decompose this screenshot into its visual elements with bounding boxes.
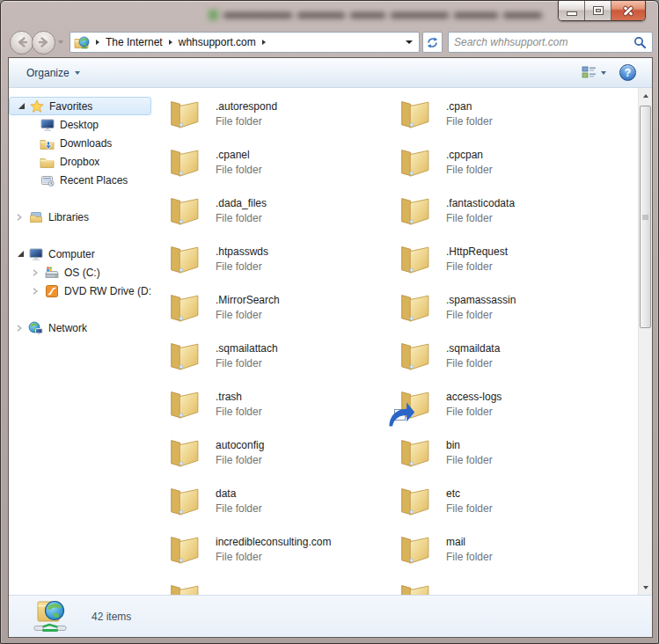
file-type: File folder [446,114,493,128]
computer-icon [28,247,43,261]
file-item[interactable]: .cpanFile folder [389,98,619,146]
minimize-button[interactable] [559,1,585,20]
file-type: File folder [446,550,493,564]
status-bar: 42 items [9,595,652,637]
refresh-button[interactable] [422,32,443,53]
sidebar-item-downloads[interactable]: Downloads [9,134,151,152]
sidebar-item-libraries[interactable]: Libraries [9,208,151,226]
collapsed-arrow-icon[interactable] [33,288,40,295]
file-name: .cpan [446,99,493,114]
forward-button[interactable] [32,31,55,55]
breadcrumb-separator[interactable] [262,40,266,45]
maximize-button[interactable] [585,1,611,20]
arrow-up-icon [643,94,648,98]
file-item[interactable]: binFile folder [389,436,619,485]
refresh-icon [426,36,439,49]
collapsed-arrow-icon[interactable] [33,269,40,276]
file-name: .MirrorSearch [216,293,280,308]
chevron-down-icon [75,71,80,75]
sidebar-item-label: Desktop [60,119,99,131]
file-item[interactable]: .sqmaildataFile folder [389,340,619,388]
file-item[interactable]: .fantasticodataFile folder [389,194,619,243]
file-item[interactable]: .htpasswdsFile folder [158,243,389,291]
sidebar-item-recent-places[interactable]: Recent Places [9,171,151,189]
folder-icon [165,436,199,468]
collapsed-arrow-icon[interactable] [18,214,24,221]
file-type: File folder [446,308,516,322]
file-list-area: .autorespondFile folder .cpanFile folder… [151,88,652,595]
folder-icon [396,146,429,178]
file-item[interactable]: mailFile folder [389,533,619,582]
file-item[interactable]: .MirrorSearchFile folder [158,291,389,340]
file-name: etc [446,487,493,501]
file-type: File folder [446,501,493,516]
file-item[interactable]: .spamassassinFile folder [389,291,619,340]
search-input[interactable] [454,36,633,48]
expanded-arrow-icon[interactable] [18,251,24,257]
expanded-arrow-icon[interactable] [18,103,25,109]
file-type: File folder [446,356,500,370]
file-type: File folder [216,163,262,177]
help-button[interactable]: ? [619,64,636,81]
hard-drive-icon [44,266,59,280]
file-item[interactable]: .HttpRequestFile folder [389,243,619,291]
folder-icon [396,194,429,226]
change-view-button[interactable] [577,63,611,82]
sidebar-item-desktop[interactable]: Desktop [9,115,151,134]
sidebar-item-os-c[interactable]: OS (C:) [9,263,151,282]
breadcrumb-whhsupport[interactable]: whhsupport.com [179,36,256,48]
file-name: autoconfig [216,438,264,453]
file-type: File folder [446,405,502,419]
folder-icon [165,98,199,129]
recent-pages-dropdown[interactable] [58,40,63,44]
folder-icon [165,194,199,226]
file-item[interactable]: .autorespondFile folder [158,98,389,146]
file-type: File folder [216,550,331,564]
title-bar[interactable] [1,1,658,27]
folder-icon [165,146,199,178]
file-item[interactable]: .dada_filesFile folder [158,194,389,243]
sidebar-item-dropbox[interactable]: Dropbox [9,152,151,171]
sidebar-item-label: Computer [48,248,95,260]
file-item[interactable]: .sqmailattachFile folder [158,340,389,388]
file-item[interactable]: incredibleconsulting.comFile folder [158,533,389,582]
collapsed-arrow-icon[interactable] [18,325,24,332]
ftp-folder-icon [32,599,69,634]
desktop-icon [40,118,55,132]
file-item[interactable]: dataFile folder [158,485,389,533]
file-item[interactable]: autoconfigFile folder [158,436,389,485]
file-name: .cpanel [216,148,262,163]
address-dropdown-icon[interactable] [406,40,413,44]
file-item[interactable]: .trashFile folder [158,388,389,436]
folder-icon [165,582,199,595]
close-button[interactable] [611,1,645,20]
file-item[interactable]: etcFile folder [389,485,619,533]
sidebar-item-network[interactable]: Network [9,318,151,337]
address-bar[interactable]: The Internet whhsupport.com [70,32,420,53]
breadcrumb-separator[interactable] [169,40,172,45]
network-icon [28,321,43,335]
file-name: .sqmaildata [446,341,500,356]
file-type: File folder [216,308,280,322]
sidebar-item-computer[interactable]: Computer [9,245,151,263]
sidebar-item-label: Libraries [48,211,89,223]
breadcrumb-the-internet[interactable]: The Internet [106,36,163,48]
file-item[interactable]: .cpanelFile folder [158,146,389,194]
scroll-up-button[interactable] [639,88,652,103]
vertical-scrollbar[interactable] [638,88,652,595]
sidebar-item-favorites[interactable]: Favorites [9,97,151,115]
search-icon[interactable] [633,36,647,49]
thumb-grip-icon [642,214,648,220]
file-item-shortcut[interactable]: access-logsFile folder [389,388,619,436]
file-grid: .autorespondFile folder .cpanFile folder… [151,88,638,595]
sidebar-item-label: Recent Places [60,174,128,187]
file-item[interactable]: .cpcpanFile folder [389,146,619,194]
scroll-down-button[interactable] [639,580,652,595]
scrollbar-thumb[interactable] [640,106,651,328]
back-button[interactable] [10,31,33,55]
sidebar-item-dvd-drive[interactable]: DVD RW Drive (D:) M [9,282,151,300]
sidebar-item-label: Dropbox [60,156,99,168]
file-item-partial[interactable] [158,582,389,595]
file-item-partial[interactable] [389,582,619,595]
organize-button[interactable]: Organize [19,63,87,83]
